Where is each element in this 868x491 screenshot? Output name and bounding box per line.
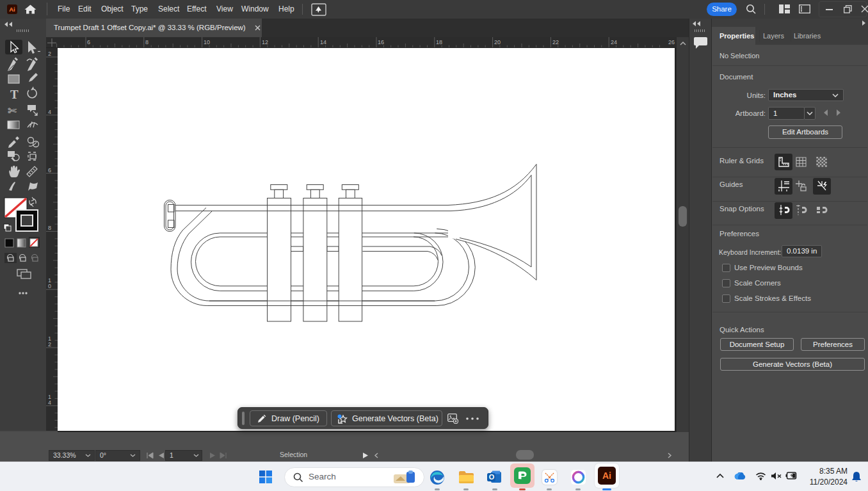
svg-text:4: 4 (48, 399, 51, 406)
svg-text:26: 26 (668, 39, 675, 45)
svg-text:2: 2 (48, 341, 51, 348)
svg-text:6: 6 (48, 167, 51, 173)
svg-text:16: 16 (378, 39, 384, 45)
svg-text:22: 22 (552, 39, 559, 45)
svg-text:14: 14 (320, 39, 326, 45)
svg-text:8: 8 (145, 39, 149, 45)
svg-text:6: 6 (87, 39, 90, 45)
svg-text:4: 4 (48, 109, 51, 115)
svg-text:8: 8 (48, 225, 51, 231)
svg-text:18: 18 (436, 39, 442, 45)
svg-text:T: T (10, 88, 19, 101)
svg-text:2: 2 (48, 51, 51, 57)
svg-text:0: 0 (48, 283, 51, 289)
svg-text:24: 24 (611, 39, 617, 45)
svg-text:12: 12 (262, 39, 268, 45)
svg-text:20: 20 (494, 39, 501, 45)
svg-text:O: O (489, 473, 495, 481)
svg-text:10: 10 (204, 39, 210, 45)
svg-text:✄: ✄ (8, 105, 17, 117)
